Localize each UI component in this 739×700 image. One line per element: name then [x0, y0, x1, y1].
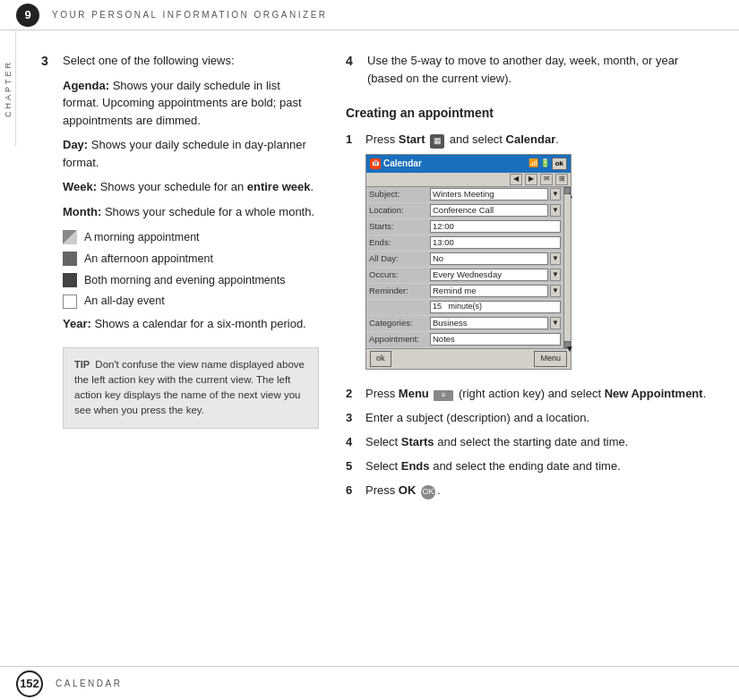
cal-field-allday[interactable]: No	[430, 252, 548, 265]
cal-main-area: Subject: Winters Meeting ▼ Location:	[366, 187, 571, 348]
view-day-desc: Shows your daily schedule in day-planner…	[63, 138, 306, 169]
step-4-number: 4	[346, 52, 360, 88]
view-month: Month: Shows your schedule for a whole m…	[63, 203, 319, 221]
step-3-block: 3 Select one of the following views: Age…	[41, 52, 319, 429]
legend-allday-label: An all-day event	[84, 293, 165, 310]
header-title: YOUR PERSONAL INFORMATION ORGANIZER	[52, 10, 328, 20]
calendar-screenshot: 📅 Calendar 📶 🔋 ok ◀ ▶	[365, 154, 571, 369]
cal-field-occurs[interactable]: Every Wednesday	[430, 269, 548, 281]
cal-dropdown-location[interactable]: ▼	[550, 204, 561, 217]
cal-toolbar-icon-2[interactable]: ▶	[525, 174, 537, 185]
cal-toolbar-icon-4[interactable]: ⊞	[555, 174, 568, 185]
right-step-1-num: 1	[346, 131, 358, 149]
top-bar: 9 YOUR PERSONAL INFORMATION ORGANIZER	[0, 0, 739, 30]
cal-field-appointment[interactable]: Notes	[430, 333, 561, 346]
cal-row-minutes: 15 minute(s)	[366, 300, 563, 316]
cal-scroll-up[interactable]: ▲	[564, 187, 571, 194]
right-step-2-content: Press Menu ≡ (right action key) and sele…	[365, 385, 714, 403]
cal-row-starts: Starts: 12:00	[366, 219, 563, 235]
cal-fields: Subject: Winters Meeting ▼ Location:	[366, 187, 563, 348]
cal-bottom-menu[interactable]: Menu	[534, 351, 567, 367]
cal-label-reminder: Reminder:	[369, 285, 430, 298]
cal-field-subject[interactable]: Winters Meeting	[430, 188, 548, 201]
view-year-desc: Shows a calendar for a six-month period.	[94, 317, 305, 330]
new-appointment-label: New Appointment	[605, 387, 703, 400]
cal-label-occurs: Occurs:	[369, 269, 430, 282]
cal-row-location: Location: Conference Call ▼	[366, 203, 563, 219]
afternoon-icon	[63, 252, 77, 266]
step-3-number: 3	[41, 52, 56, 429]
step-3-intro: Select one of the following views:	[63, 54, 235, 67]
cal-scroll-track	[564, 194, 571, 341]
cal-field-categories-wrap: Business ▼	[430, 317, 561, 329]
cal-label-location: Location:	[369, 204, 430, 218]
cal-field-ends[interactable]: 13:00	[430, 236, 561, 249]
cal-row-occurs: Occurs: Every Wednesday ▼	[366, 268, 563, 284]
right-step-5: 5 Select Ends and select the ending date…	[346, 457, 714, 475]
allday-icon	[63, 295, 77, 309]
cal-dropdown-categories[interactable]: ▼	[550, 317, 561, 329]
legend-morning: A morning appointment	[63, 229, 319, 246]
cal-title-left: 📅 Calendar	[370, 157, 422, 171]
right-step-6-content: Press OK OK.	[365, 482, 714, 499]
cal-scrollbar[interactable]: ▲ ▼	[563, 187, 571, 348]
right-step-6-num: 6	[346, 482, 358, 499]
legend-afternoon-label: An afternoon appointment	[84, 251, 213, 268]
right-step-5-num: 5	[346, 457, 358, 475]
section-title: Creating an appointment	[346, 104, 714, 124]
morning-icon	[63, 230, 77, 244]
right-column: 4 Use the 5-way to move to another day, …	[346, 52, 714, 645]
cal-field-starts[interactable]: 12:00	[430, 220, 561, 233]
view-day: Day: Shows your daily schedule in day-pl…	[63, 136, 319, 171]
cal-dropdown-allday[interactable]: ▼	[550, 252, 561, 265]
cal-scroll-down[interactable]: ▼	[564, 341, 571, 348]
cal-dropdown-reminder[interactable]: ▼	[550, 285, 561, 297]
cal-label-subject: Subject:	[369, 188, 430, 201]
view-year-name: Year:	[63, 317, 91, 330]
cal-row-appointment: Appointment: Notes	[366, 332, 563, 348]
cal-toolbar-icon-3[interactable]: ✉	[540, 174, 553, 185]
cal-battery-icon: 🔋	[540, 158, 550, 170]
cal-toolbar-icon-1[interactable]: ◀	[510, 174, 522, 185]
right-step-4-content: Select Starts and select the starting da…	[365, 433, 714, 451]
cal-field-categories[interactable]: Business	[430, 317, 548, 329]
legend: A morning appointment An afternoon appoi…	[63, 229, 319, 310]
menu-key-icon: ≡	[434, 390, 453, 401]
cal-ok-top[interactable]: ok	[552, 158, 567, 170]
cal-dropdown-occurs[interactable]: ▼	[550, 269, 561, 281]
cal-toolbar: ◀ ▶ ✉ ⊞	[366, 173, 571, 187]
right-step-2-num: 2	[346, 385, 358, 403]
view-week-name: Week:	[63, 180, 97, 193]
bottom-bar: 152 CALENDAR	[0, 666, 739, 700]
cal-row-ends: Ends: 13:00	[366, 235, 563, 252]
right-step-3-num: 3	[346, 409, 358, 427]
cal-field-reminder[interactable]: Remind me	[430, 285, 548, 297]
legend-both: Both morning and evening appointments	[63, 272, 319, 289]
cal-title-buttons: 📶 🔋 ok	[528, 158, 567, 170]
cal-field-location[interactable]: Conference Call	[430, 204, 548, 217]
cal-signal-icon: 📶	[528, 158, 538, 170]
right-steps: 1 Press Start ▦ and select Calendar. 📅	[346, 131, 714, 499]
both-icon	[63, 273, 77, 287]
cal-app-icon: 📅	[370, 158, 381, 169]
cal-field-reminder-wrap: Remind me ▼	[430, 285, 561, 297]
legend-both-label: Both morning and evening appointments	[84, 272, 285, 289]
cal-label-allday: All Day:	[369, 252, 430, 266]
right-step-4-num: 4	[346, 433, 358, 451]
view-week-desc: Shows your schedule for an entire week.	[100, 180, 314, 193]
legend-allday: An all-day event	[63, 293, 319, 310]
tip-box: TIP Don't confuse the view name displaye…	[63, 347, 319, 429]
chapter-number: 9	[16, 4, 39, 27]
right-step-6: 6 Press OK OK.	[346, 482, 714, 499]
calendar-label: Calendar	[506, 132, 556, 146]
step-4-block: 4 Use the 5-way to move to another day, …	[346, 52, 714, 88]
view-month-name: Month:	[63, 205, 101, 218]
main-content: 3 Select one of the following views: Age…	[16, 30, 739, 666]
ok-icon: OK	[421, 485, 435, 499]
cal-bottom-ok[interactable]: ok	[370, 351, 391, 367]
view-month-desc: Shows your schedule for a whole month.	[105, 205, 314, 218]
cal-label-ends: Ends:	[369, 236, 430, 250]
cal-field-minutes[interactable]: 15 minute(s)	[430, 301, 561, 313]
ok-label: OK	[399, 483, 417, 497]
cal-dropdown-subject[interactable]: ▼	[550, 188, 561, 201]
